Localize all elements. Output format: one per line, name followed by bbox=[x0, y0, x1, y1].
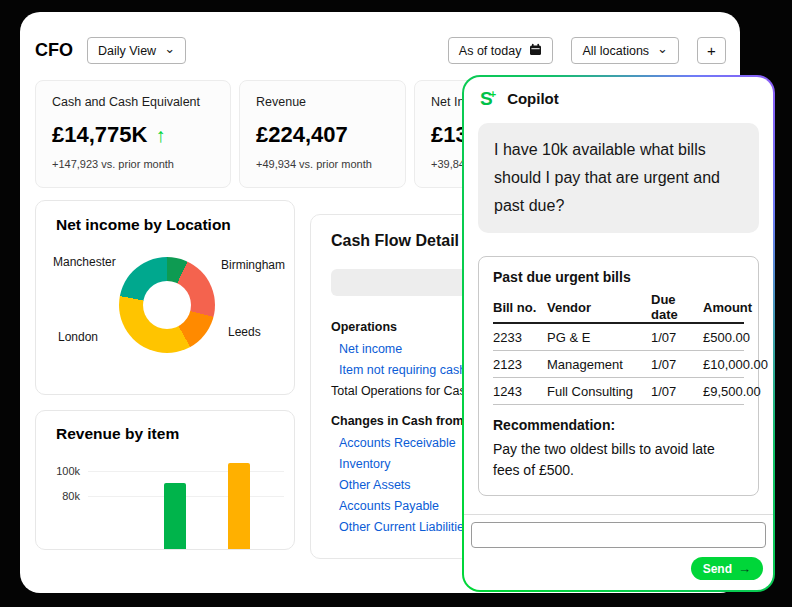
donut-label-london: London bbox=[58, 330, 98, 344]
as-of-today-button[interactable]: As of today bbox=[448, 37, 554, 64]
copilot-header: S+ Copilot bbox=[464, 77, 773, 114]
sage-copilot-logo-icon: S+ bbox=[480, 89, 499, 108]
view-selector-dropdown[interactable]: Daily View ⌄ bbox=[87, 37, 186, 64]
cell-bill-no: 2123 bbox=[493, 357, 547, 372]
cell-vendor: Management bbox=[547, 357, 651, 372]
donut-label-manchester: Manchester bbox=[53, 255, 116, 269]
table-row: 1243 Full Consulting 1/07 £9,500.00 bbox=[493, 378, 744, 405]
copilot-panel: S+ Copilot I have 10k available what bil… bbox=[462, 75, 775, 592]
user-message-bubble: I have 10k available what bills should I… bbox=[478, 123, 759, 233]
gridline bbox=[88, 471, 284, 472]
cell-bill-no: 2233 bbox=[493, 330, 547, 345]
cell-amount: £10,000.00 bbox=[703, 357, 768, 372]
chevron-down-icon: ⌄ bbox=[657, 45, 668, 53]
kpi-card-revenue[interactable]: Revenue £224,407 +49,934 vs. prior month bbox=[239, 80, 406, 188]
recommendation-label: Recommendation: bbox=[493, 417, 744, 433]
col-header: Bill no. bbox=[493, 300, 547, 315]
kpi-value: £14,775K bbox=[52, 122, 147, 148]
kpi-label: Revenue bbox=[256, 95, 389, 109]
recommendation-text: Pay the two oldest bills to avoid late f… bbox=[493, 439, 744, 481]
donut-label-birmingham: Birmingham bbox=[221, 258, 285, 272]
bills-table-title: Past due urgent bills bbox=[493, 269, 744, 285]
donut-chart bbox=[119, 257, 215, 353]
copilot-title: Copilot bbox=[507, 90, 559, 107]
table-header-row: Bill no. Vendor Due date Amount bbox=[493, 292, 744, 324]
col-header: Vendor bbox=[547, 300, 651, 315]
gridline bbox=[88, 496, 284, 497]
calendar-icon bbox=[529, 43, 542, 59]
kpi-card-cash[interactable]: Cash and Cash Equivalent £14,775K ↑ +147… bbox=[35, 80, 231, 188]
table-row: 2233 PG & E 1/07 £500.00 bbox=[493, 324, 744, 351]
kpi-value: £224,407 bbox=[256, 122, 348, 148]
bills-answer-card: Past due urgent bills Bill no. Vendor Du… bbox=[478, 256, 759, 496]
kpi-delta: +147,923 vs. prior month bbox=[52, 158, 214, 170]
send-button[interactable]: Send → bbox=[691, 557, 763, 580]
kpi-delta: +49,934 vs. prior month bbox=[256, 158, 389, 170]
cell-vendor: Full Consulting bbox=[547, 384, 651, 399]
donut-label-leeds: Leeds bbox=[228, 325, 261, 339]
copilot-message-input[interactable] bbox=[471, 522, 766, 548]
cell-due-date: 1/07 bbox=[651, 357, 703, 372]
add-button[interactable]: + bbox=[697, 37, 726, 64]
cell-amount: £9,500.00 bbox=[703, 384, 761, 399]
page-title: CFO bbox=[35, 40, 73, 61]
table-row: 2123 Management 1/07 £10,000.00 bbox=[493, 351, 744, 378]
revenue-by-item-card: Revenue by item 100k 80k bbox=[35, 410, 295, 550]
copilot-input-area bbox=[464, 514, 773, 548]
locations-dropdown[interactable]: All locations ⌄ bbox=[571, 37, 679, 64]
y-axis-tick: 80k bbox=[48, 490, 80, 502]
send-button-label: Send bbox=[703, 562, 732, 576]
revenue-bar bbox=[164, 483, 186, 550]
col-header: Amount bbox=[703, 300, 752, 315]
cell-bill-no: 1243 bbox=[493, 384, 547, 399]
net-income-by-location-card: Net income by Location Manchester Birmin… bbox=[35, 200, 295, 395]
cell-due-date: 1/07 bbox=[651, 384, 703, 399]
cell-vendor: PG & E bbox=[547, 330, 651, 345]
locations-label: All locations bbox=[582, 44, 649, 58]
col-header: Due date bbox=[651, 292, 703, 322]
cell-due-date: 1/07 bbox=[651, 330, 703, 345]
kpi-label: Cash and Cash Equivalent bbox=[52, 95, 214, 109]
card-title: Revenue by item bbox=[56, 425, 274, 443]
donut-hole bbox=[143, 281, 191, 329]
trend-up-icon: ↑ bbox=[155, 124, 165, 147]
cell-amount: £500.00 bbox=[703, 330, 750, 345]
revenue-bar bbox=[228, 463, 250, 550]
as-of-today-label: As of today bbox=[459, 44, 522, 58]
card-title: Net income by Location bbox=[56, 216, 274, 234]
sparkle-icon: + bbox=[490, 88, 496, 100]
send-arrow-icon: → bbox=[738, 562, 751, 575]
top-bar: CFO Daily View ⌄ As of today All locatio… bbox=[20, 12, 740, 78]
bills-table: Bill no. Vendor Due date Amount 2233 PG … bbox=[493, 292, 744, 405]
chevron-down-icon: ⌄ bbox=[164, 45, 175, 53]
y-axis-tick: 100k bbox=[48, 465, 80, 477]
view-selector-label: Daily View bbox=[98, 44, 156, 58]
